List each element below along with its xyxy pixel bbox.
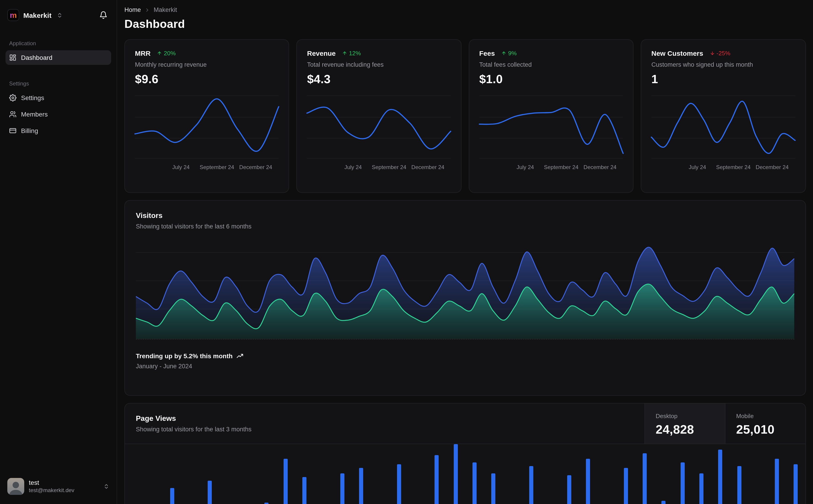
x-axis-labels: July 24September 24December 24	[307, 164, 451, 172]
page-views-subtitle: Showing total visitors for the last 3 mo…	[136, 426, 633, 433]
toggle-desktop-value: 24,828	[656, 423, 714, 437]
page-views-bar	[624, 468, 628, 504]
stat-card-fees: Fees 9% Total fees collected $1.0 July 2…	[469, 39, 634, 193]
revenue-sparkline-chart	[307, 94, 451, 159]
workspace-selector[interactable]: m Makerkit	[5, 5, 111, 25]
page-views-bar	[529, 466, 533, 504]
user-menu[interactable]: test test@makerkit.dev	[5, 475, 111, 498]
new-customers-sparkline-chart	[651, 94, 795, 159]
stat-title: Revenue	[307, 49, 336, 57]
stat-description: Total fees collected	[479, 61, 623, 68]
sidebar-item-label: Settings	[21, 94, 44, 101]
page-views-bar	[472, 462, 477, 504]
sidebar-item-label: Billing	[21, 127, 38, 134]
sidebar-item-dashboard[interactable]: Dashboard	[5, 50, 111, 65]
sidebar-section-application: Application	[5, 40, 111, 47]
stat-card-new-customers: New Customers -25% Customers who signed …	[641, 39, 806, 193]
page-views-header: Page Views Showing total visitors for th…	[125, 403, 805, 444]
sidebar-item-label: Members	[21, 111, 48, 118]
sidebar-item-billing[interactable]: Billing	[5, 123, 111, 138]
chevrons-up-down-icon	[103, 483, 109, 489]
stat-title: New Customers	[651, 49, 703, 57]
stat-value: $4.3	[307, 72, 451, 86]
stat-description: Customers who signed up this month	[651, 61, 795, 68]
stat-trend: 12%	[342, 50, 361, 57]
page-views-bar	[662, 501, 666, 504]
toggle-mobile[interactable]: Mobile 25,010	[725, 403, 805, 444]
page-views-bar	[567, 475, 571, 504]
page-views-bar	[435, 455, 439, 504]
user-info: test test@makerkit.dev	[29, 479, 74, 494]
visitors-card: Visitors Showing total visitors for the …	[124, 200, 806, 396]
fees-sparkline-chart	[479, 94, 623, 159]
user-email: test@makerkit.dev	[29, 487, 74, 494]
sidebar-section-settings: Settings	[5, 80, 111, 87]
page-views-bar	[453, 444, 458, 504]
sidebar-item-label: Dashboard	[21, 54, 52, 61]
sidebar-item-settings[interactable]: Settings	[5, 90, 111, 105]
visitors-footer: Trending up by 5.2% this month January -…	[136, 352, 794, 370]
stat-title: Fees	[479, 49, 495, 57]
page-views-bar	[794, 464, 798, 504]
stat-trend: -25%	[710, 50, 731, 57]
page-views-bar	[208, 481, 212, 504]
users-icon	[9, 111, 16, 118]
trend-up-arrow-icon	[157, 51, 162, 56]
stat-title: MRR	[135, 49, 150, 57]
page-views-bar	[491, 473, 495, 504]
page-views-bar-chart	[132, 444, 798, 504]
page-views-bar	[737, 466, 741, 504]
sidebar: m Makerkit Application Dashboard Setting…	[0, 0, 117, 504]
toggle-desktop[interactable]: Desktop 24,828	[644, 403, 725, 444]
breadcrumb-current: Makerkit	[154, 6, 177, 13]
visitors-title: Visitors	[136, 212, 794, 220]
page-views-bar	[586, 459, 590, 504]
stat-trend: 20%	[157, 50, 175, 57]
notifications-bell-icon[interactable]	[97, 9, 109, 21]
breadcrumb: Home Makerkit	[124, 6, 806, 13]
page-views-bar	[302, 477, 307, 504]
user-name: test	[29, 479, 74, 487]
page-views-bar	[643, 453, 647, 504]
page-views-bar	[775, 459, 779, 504]
user-avatar	[7, 478, 24, 495]
x-axis-labels: July 24September 24December 24	[135, 164, 279, 172]
breadcrumb-home-link[interactable]: Home	[124, 6, 141, 13]
stat-value: $9.6	[135, 72, 279, 86]
credit-card-icon	[9, 127, 16, 134]
toggle-mobile-label: Mobile	[736, 413, 794, 419]
trending-up-icon	[236, 353, 243, 359]
stat-value: 1	[651, 72, 795, 86]
stat-card-mrr: MRR 20% Monthly recurring revenue $9.6 J…	[124, 39, 289, 193]
visitors-period: January - June 2024	[136, 363, 794, 370]
page-views-bar	[397, 464, 401, 504]
gear-icon	[9, 94, 16, 101]
page-views-bar	[680, 462, 685, 504]
stat-value: $1.0	[479, 72, 623, 86]
visitors-subtitle: Showing total visitors for the last 6 mo…	[136, 223, 794, 230]
visitors-trend-text: Trending up by 5.2% this month	[136, 352, 233, 360]
logo-letter: m	[10, 11, 17, 19]
trend-down-arrow-icon	[710, 51, 715, 56]
sidebar-item-members[interactable]: Members	[5, 107, 111, 122]
page-views-bar	[265, 503, 269, 504]
makerkit-logo: m	[7, 9, 19, 21]
trend-up-arrow-icon	[501, 51, 506, 56]
x-axis-labels: July 24September 24December 24	[479, 164, 623, 172]
app-window: m Makerkit Application Dashboard Setting…	[0, 0, 813, 504]
visitors-area-chart	[136, 244, 794, 340]
mrr-sparkline-chart	[135, 94, 279, 159]
toggle-mobile-value: 25,010	[736, 423, 794, 437]
stat-card-revenue: Revenue 12% Total revenue including fees…	[297, 39, 461, 193]
page-title: Dashboard	[124, 17, 806, 31]
page-views-bar	[718, 450, 722, 504]
chevrons-up-down-icon	[56, 12, 62, 18]
workspace-name: Makerkit	[23, 11, 51, 19]
page-views-bar	[170, 488, 174, 504]
toggle-desktop-label: Desktop	[656, 413, 714, 419]
page-views-title: Page Views	[136, 414, 633, 423]
stats-grid: MRR 20% Monthly recurring revenue $9.6 J…	[124, 39, 806, 193]
layout-dashboard-icon	[9, 54, 16, 61]
page-views-card: Page Views Showing total visitors for th…	[124, 403, 806, 504]
chevron-right-icon	[144, 7, 150, 13]
